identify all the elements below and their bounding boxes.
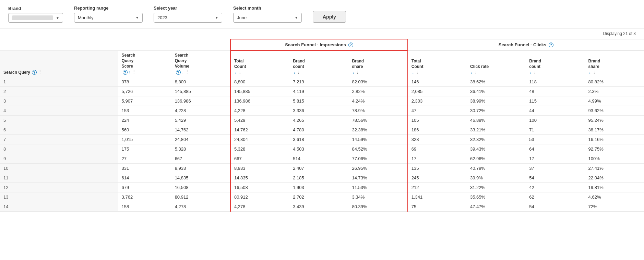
cell-brand-share: 32.38% (348, 125, 407, 134)
cell-sq-volume: 8,800 (171, 77, 230, 86)
cell-imp-total-count: 80,912 (230, 192, 289, 202)
table-row: 35,907136,986136,9865,8154.24%2,30338.99… (0, 96, 644, 106)
select-year-select[interactable]: 2023 ▼ (154, 13, 222, 23)
sq-volume-col-menu-icon[interactable]: ⋮ (185, 70, 189, 74)
cell-brand-share: 11.53% (348, 182, 407, 192)
cell-clicks-total: 212 (408, 182, 467, 192)
cell-sq-score: 5,726 (118, 86, 171, 96)
cell-row-id: 2 (0, 86, 118, 96)
table-row: 71,01524,80424,8043,61814.59%32832.32%53… (0, 134, 644, 144)
cell-imp-total-count: 14,762 (230, 125, 289, 134)
cell-clicks-brand-count: 37 (526, 163, 585, 173)
cell-brand-count: 2,407 (289, 163, 348, 173)
cell-sq-score: 331 (118, 163, 171, 173)
sq-score-sort-asc-icon[interactable]: ↑ (129, 70, 131, 74)
cell-clicks-total: 328 (408, 134, 467, 144)
cell-brand-count: 4,119 (289, 86, 348, 96)
clicks-brand-count-sort-icon[interactable]: ↓ (530, 71, 532, 74)
table-row: 81755,3285,3284,50384.52%6939.43%6492.75… (0, 144, 644, 154)
cell-imp-total-count: 136,986 (230, 96, 289, 106)
table-row: 92766766751477.06%1762.96%17100% (0, 154, 644, 163)
cell-brand-share: 14.59% (348, 134, 407, 144)
cell-clicks-brand-share: 27.41% (585, 163, 644, 173)
sq-volume-info-icon[interactable]: ? (176, 70, 181, 75)
clicks-total-count-sort-icon[interactable]: ↓ (412, 71, 414, 74)
cell-brand-count: 4,503 (289, 144, 348, 154)
cell-row-id: 4 (0, 106, 118, 115)
cell-clicks-total: 2,303 (408, 96, 467, 106)
cell-sq-volume: 667 (171, 154, 230, 163)
cell-clicks-brand-share: 95.24% (585, 115, 644, 125)
cell-click-rate: 47.47% (467, 202, 526, 211)
apply-button[interactable]: Apply (313, 11, 346, 23)
cell-clicks-brand-share: 22.04% (585, 173, 644, 182)
brand-share-col-menu-icon[interactable]: ⋮ (356, 70, 359, 75)
search-query-info-icon[interactable]: ? (32, 70, 37, 75)
click-rate-sort-icon[interactable]: ↓ (471, 71, 473, 74)
cell-brand-share: 77.06% (348, 154, 407, 163)
select-month-chevron-icon: ▼ (295, 16, 298, 20)
th-brand-count: Brand count ↓ ⋮ (289, 50, 348, 77)
cell-brand-share: 82.03% (348, 77, 407, 86)
brand-count-sort-icon[interactable]: ↓ (294, 71, 295, 74)
cell-clicks-brand-count: 62 (526, 192, 585, 202)
cell-clicks-brand-count: 54 (526, 173, 585, 182)
cell-clicks-brand-share: 72% (585, 202, 644, 211)
clicks-brand-share-sort-icon[interactable]: ↓ (589, 71, 591, 74)
cell-sq-volume: 16,508 (171, 182, 230, 192)
sq-score-info-icon[interactable]: ? (123, 70, 128, 75)
cell-clicks-total: 2,085 (408, 86, 467, 96)
cell-clicks-brand-count: 100 (526, 115, 585, 125)
sq-score-col-menu-icon[interactable]: ⋮ (132, 70, 136, 74)
reporting-range-label: Reporting range (74, 5, 143, 11)
cell-brand-count: 2,702 (289, 192, 348, 202)
clicks-total-count-col-menu-icon[interactable]: ⋮ (415, 70, 419, 75)
cell-sq-score: 614 (118, 173, 171, 182)
imp-total-count-col-menu-icon[interactable]: ⋮ (238, 70, 242, 75)
cell-click-rate: 32.32% (467, 134, 526, 144)
select-year-value: 2023 (157, 15, 212, 20)
cell-imp-total-count: 667 (230, 154, 289, 163)
cell-sq-volume: 14,762 (171, 125, 230, 134)
select-month-select[interactable]: June ▼ (233, 13, 302, 23)
empty-header-sq-volume (171, 39, 230, 50)
sq-volume-sort-icon[interactable]: ↓ (182, 70, 184, 74)
clicks-brand-share-col-menu-icon[interactable]: ⋮ (592, 70, 596, 75)
th-search-query: Search Query ? ⋮ (0, 50, 118, 77)
cell-click-rate: 33.21% (467, 125, 526, 134)
cell-sq-score: 1,015 (118, 134, 171, 144)
table-row: 41534,2284,2283,33678.9%4730.72%4493.62% (0, 106, 644, 115)
th-clicks-brand-share: Brand share ↓ ⋮ (585, 50, 644, 77)
click-rate-col-menu-icon[interactable]: ⋮ (474, 70, 478, 75)
cell-clicks-brand-count: 44 (526, 106, 585, 115)
th-sq-volume: Search Query Volume ? ↓ ⋮ (171, 50, 230, 77)
clicks-brand-count-col-menu-icon[interactable]: ⋮ (533, 70, 537, 75)
th-clicks-total-count: Total Count ↓ ⋮ (408, 50, 467, 77)
clicks-group-header: Search Funnel - Clicks ? (408, 39, 644, 50)
impressions-info-icon[interactable]: ? (348, 43, 353, 47)
th-clicks-brand-count: Brand count ↓ ⋮ (526, 50, 585, 77)
cell-row-id: 9 (0, 154, 118, 163)
brand-share-sort-icon[interactable]: ↓ (353, 71, 354, 74)
brand-select[interactable]: ▼ (8, 13, 63, 23)
cell-row-id: 1 (0, 77, 118, 86)
table-row: 133,76280,91280,9122,7023.34%1,34135.65%… (0, 192, 644, 202)
clicks-info-icon[interactable]: ? (549, 43, 553, 47)
cell-clicks-brand-count: 42 (526, 182, 585, 192)
cell-clicks-total: 17 (408, 154, 467, 163)
cell-brand-count: 3,439 (289, 202, 348, 211)
brand-count-col-menu-icon[interactable]: ⋮ (297, 70, 300, 75)
group-header-row: Search Funnel - Impressions ? Search Fun… (0, 39, 644, 50)
cell-sq-score: 378 (118, 77, 171, 86)
imp-total-count-sort-icon[interactable]: ↓ (235, 71, 237, 74)
th-sq-score: Search Query Search Query Score Score ? … (118, 50, 171, 77)
table-body: 13788,8008,8007,21982.03%14638.62%11880.… (0, 77, 644, 211)
cell-clicks-total: 69 (408, 144, 467, 154)
cell-sq-score: 224 (118, 115, 171, 125)
cell-brand-count: 4,265 (289, 115, 348, 125)
cell-clicks-total: 105 (408, 115, 467, 125)
cell-brand-share: 84.52% (348, 144, 407, 154)
cell-clicks-brand-share: 92.75% (585, 144, 644, 154)
search-query-col-menu-icon[interactable]: ⋮ (38, 70, 42, 74)
reporting-range-select[interactable]: Monthly ▼ (74, 13, 143, 23)
